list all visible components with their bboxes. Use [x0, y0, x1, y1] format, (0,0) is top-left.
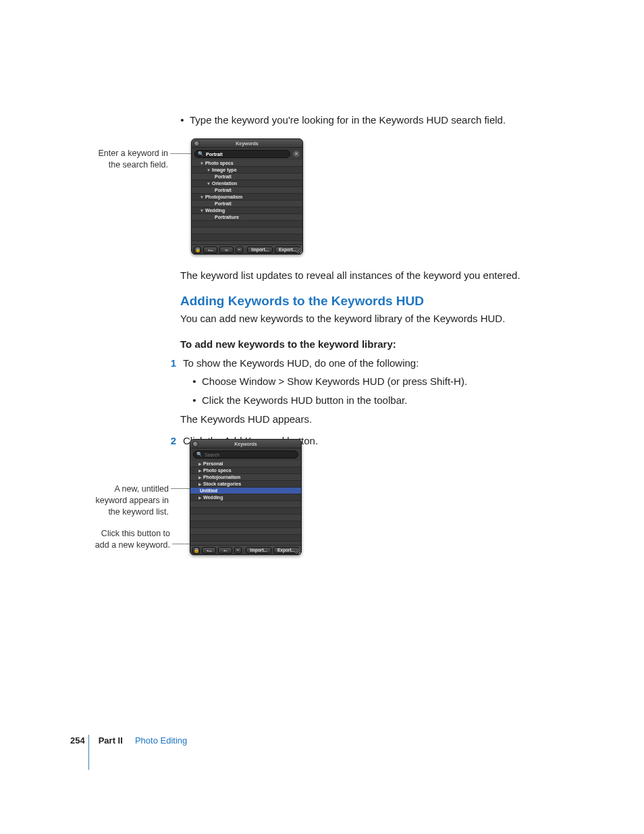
search-input[interactable]: 🔍 Portrait	[194, 150, 290, 158]
remove-keyword-button[interactable]: −	[234, 547, 242, 554]
keyword-label: Portrait	[215, 201, 232, 206]
list-item[interactable]: ▼Photojournalism	[192, 194, 302, 201]
list-item-empty	[192, 221, 302, 228]
callout-line	[170, 153, 193, 154]
list-item-empty	[190, 535, 301, 542]
hud-title: Keywords	[234, 442, 257, 446]
hud-footer: 🔒 +▬ +▸ − Import... Export...	[190, 545, 301, 554]
hud-search-row: 🔍 Search	[190, 448, 301, 461]
import-button[interactable]: Import...	[247, 246, 273, 253]
search-icon: 🔍	[198, 151, 204, 157]
list-item[interactable]: ▶Wedding	[190, 494, 301, 501]
resize-grip[interactable]	[295, 548, 300, 554]
chevron-right-icon: ▶	[198, 467, 202, 474]
chapter-title: Photo Editing	[135, 735, 187, 746]
page-number: 254	[70, 735, 85, 746]
list-item[interactable]: Untitled	[190, 488, 301, 494]
chevron-right-icon: ▶	[198, 474, 202, 481]
resize-grip[interactable]	[296, 248, 302, 253]
keyword-label: Stock categories	[203, 481, 241, 486]
keyword-label: Wedding	[205, 208, 225, 213]
step-1: 1 To show the Keywords HUD, do one of th…	[169, 356, 558, 371]
page-footer: 254 Part II Photo Editing	[70, 735, 187, 746]
close-icon[interactable]	[194, 140, 200, 147]
bullet-item: • Type the keyword you're looking for in…	[180, 113, 558, 128]
step-number: 1	[169, 356, 176, 371]
list-item-empty	[190, 501, 301, 508]
part-label: Part II	[99, 735, 123, 746]
step-text: To show the Keywords HUD, do one of the …	[183, 356, 419, 371]
keyword-label: Wedding	[203, 495, 223, 500]
list-item[interactable]: Portrait	[192, 187, 302, 194]
list-item-empty	[190, 508, 301, 515]
keyword-label: Photo specs	[205, 161, 234, 165]
hud-titlebar: Keywords	[192, 139, 302, 148]
add-keyword-button[interactable]: +▬	[203, 246, 217, 253]
step-number: 2	[169, 434, 176, 448]
remove-keyword-button[interactable]: −	[236, 246, 243, 253]
bullet-item: • Choose Window > Show Keywords HUD (or …	[180, 374, 558, 389]
keyword-label: Image type	[212, 167, 237, 172]
bullet-text: Click the Keywords HUD button in the too…	[202, 393, 407, 408]
hud-search-row: 🔍 Portrait ✕	[192, 148, 302, 160]
search-placeholder: Search	[205, 452, 219, 457]
chevron-down-icon: ▼	[207, 167, 211, 174]
chevron-down-icon: ▼	[200, 207, 204, 214]
body-text: You can add new keywords to the keyword …	[180, 311, 558, 326]
keyword-label: Untitled	[200, 488, 217, 493]
keyword-label: Photo specs	[203, 468, 232, 473]
clear-search-icon[interactable]: ✕	[293, 151, 300, 157]
chevron-down-icon: ▼	[207, 180, 211, 187]
list-item-empty	[190, 528, 301, 535]
callout-add-button: Click this button to add a new keyword.	[70, 528, 170, 551]
callout-line	[171, 488, 191, 489]
list-item-empty	[192, 228, 302, 234]
keyword-label: Photojournalism	[205, 194, 242, 199]
chevron-right-icon: ▶	[198, 494, 202, 501]
chevron-down-icon: ▼	[200, 194, 204, 201]
add-sub-keyword-button[interactable]: +▸	[219, 246, 234, 253]
list-item[interactable]: ▼Orientation	[192, 180, 302, 187]
keyword-label: Portrait	[215, 174, 232, 179]
hud-title: Keywords	[236, 141, 258, 146]
list-item[interactable]: ▼Image type	[192, 167, 302, 174]
list-item[interactable]: ▶Stock categories	[190, 481, 301, 488]
chevron-down-icon: ▼	[200, 160, 204, 167]
body-text: The Keywords HUD appears.	[180, 412, 558, 427]
keyword-list: ▶Personal▶Photo specs▶Photojournalism▶St…	[190, 461, 301, 548]
search-value: Portrait	[206, 152, 223, 157]
search-input[interactable]: 🔍 Search	[193, 450, 298, 459]
close-icon[interactable]	[192, 441, 198, 447]
bullet-item: • Click the Keywords HUD button in the t…	[180, 393, 558, 408]
list-item[interactable]: Portrait	[192, 201, 302, 207]
lock-icon[interactable]: 🔒	[194, 246, 201, 253]
keyword-label: Photojournalism	[203, 475, 240, 479]
chevron-right-icon: ▶	[198, 461, 202, 467]
callout-untitled: A new, untitled keyword appears in the k…	[61, 484, 169, 518]
list-item[interactable]: ▶Photo specs	[190, 467, 301, 474]
import-button[interactable]: Import...	[246, 547, 271, 554]
add-keyword-button[interactable]: +▬	[202, 547, 216, 554]
callout-search: Enter a keyword in the search field.	[80, 148, 168, 171]
add-sub-keyword-button[interactable]: +▸	[218, 547, 232, 554]
keywords-hud-1: Keywords 🔍 Portrait ✕ ▼Photo specs▼Image…	[191, 138, 303, 255]
list-item[interactable]: ▼Wedding	[192, 207, 302, 214]
section-heading: Adding Keywords to the Keywords HUD	[180, 294, 558, 309]
hud-footer: 🔒 +▬ +▸ − Import... Export...	[192, 244, 302, 254]
chevron-right-icon: ▶	[198, 481, 202, 488]
bullet-text: Type the keyword you're looking for in t…	[190, 113, 506, 128]
list-item[interactable]: ▼Photo specs	[192, 160, 302, 167]
keywords-hud-2: Keywords 🔍 Search ▶Personal▶Photo specs▶…	[190, 439, 302, 555]
list-item[interactable]: Portraiture	[192, 214, 302, 221]
keyword-label: Personal	[203, 461, 223, 466]
hud-titlebar: Keywords	[190, 440, 301, 448]
list-item[interactable]: ▶Photojournalism	[190, 474, 301, 481]
list-item[interactable]: Portrait	[192, 174, 302, 180]
bullet-dot: •	[180, 113, 184, 128]
list-item[interactable]: ▶Personal	[190, 461, 301, 467]
search-icon: 🔍	[196, 452, 203, 457]
bullet-text: Choose Window > Show Keywords HUD (or pr…	[202, 374, 467, 389]
list-item-empty	[190, 521, 301, 528]
procedure-title: To add new keywords to the keyword libra…	[180, 337, 558, 352]
lock-icon[interactable]: 🔒	[192, 547, 200, 554]
